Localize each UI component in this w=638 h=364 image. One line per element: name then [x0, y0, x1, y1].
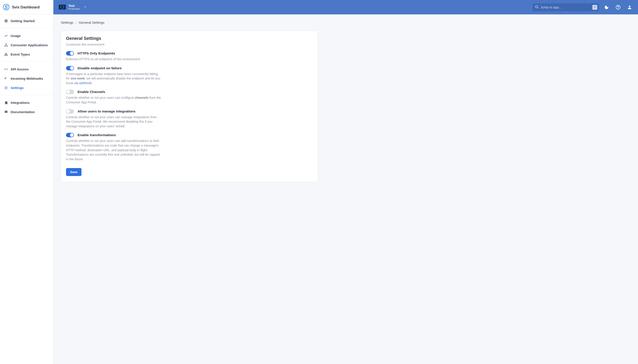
sidebar-item-getting-started[interactable]: Getting Started	[0, 16, 53, 26]
toggle-https_only[interactable]	[66, 51, 74, 56]
sidebar-item-consumer-applications[interactable]: Consumer Applications	[0, 40, 53, 50]
search-icon	[535, 5, 539, 10]
topbar: Test Production /	[53, 0, 638, 14]
account-menu[interactable]	[625, 3, 633, 11]
setting-description: If messages to a particular endpoint hav…	[66, 72, 161, 86]
arrow-in-icon	[4, 76, 8, 80]
page-title: General Settings	[66, 36, 313, 41]
save-button[interactable]: Save	[66, 168, 82, 176]
svg-point-15	[61, 6, 61, 6]
svg-point-19	[61, 6, 61, 7]
book-icon	[4, 110, 8, 114]
sidebar-item-settings[interactable]: Settings	[0, 83, 53, 92]
sidebar-item-integrations[interactable]: Integrations	[0, 98, 53, 107]
breadcrumb: Settings › General Settings	[61, 20, 630, 24]
sidebar-item-event-types[interactable]: Event Types	[0, 50, 53, 59]
svg-point-16	[63, 6, 64, 6]
sidebar-item-label: Integrations	[11, 101, 30, 104]
brand: Svix Dashboard	[0, 0, 53, 14]
setting-title: HTTPS Only Endpoints	[78, 51, 115, 55]
toggle-enable_transformations[interactable]	[66, 133, 74, 137]
setting-description: Enforces HTTPS on all endpoints of this …	[66, 57, 161, 62]
svg-rect-7	[5, 54, 6, 56]
target-icon	[4, 19, 8, 23]
chevron-right-icon: ›	[76, 21, 77, 24]
setting-title: Enable transformations	[78, 133, 116, 137]
svg-point-13	[61, 7, 61, 7]
eu-flag-icon	[59, 5, 66, 10]
brand-logo-icon	[3, 4, 9, 10]
sidebar-item-documentation[interactable]: Documentation	[0, 107, 53, 116]
svg-point-21	[61, 8, 61, 8]
setting-enable_channels: Enable Channels Controls whether or not …	[66, 90, 313, 104]
svg-point-9	[6, 87, 7, 88]
settings-list: HTTPS Only Endpoints Enforces HTTPS on a…	[66, 51, 313, 162]
svg-point-27	[629, 6, 630, 7]
sidebar-item-label: Consumer Applications	[11, 43, 48, 47]
setting-https_only: HTTPS Only Endpoints Enforces HTTPS on a…	[66, 51, 313, 62]
sidebar-item-label: Incoming Webhooks	[11, 76, 43, 80]
sidebar-item-label: Settings	[11, 86, 24, 90]
sidebar-item-label: Getting Started	[11, 19, 35, 23]
environment-text: Test Production	[69, 4, 80, 10]
sidebar-item-incoming-webhooks[interactable]: Incoming Webhooks	[0, 74, 53, 83]
code-icon	[4, 67, 8, 71]
setting-title: Disable endpoint on failure	[78, 66, 122, 70]
network-icon	[4, 43, 8, 47]
setting-title: Enable Channels	[78, 90, 105, 94]
breadcrumb-current: General Settings	[79, 20, 104, 24]
setting-title: Allow users to manage integrations	[78, 110, 136, 113]
sidebar-item-api-access[interactable]: API Access	[0, 64, 53, 74]
settings-card: General Settings Customize this environm…	[61, 31, 318, 182]
svg-point-11	[62, 5, 63, 6]
sidebar-item-label: Documentation	[11, 110, 35, 114]
chevron-down-icon	[84, 5, 87, 9]
sidebar: Svix Dashboard Getting StartedUsageConsu…	[0, 0, 53, 364]
toggle-allow_integrations[interactable]	[66, 109, 74, 114]
svg-line-24	[537, 8, 538, 8]
breadcrumb-root[interactable]: Settings	[61, 20, 73, 24]
svg-point-26	[618, 8, 618, 8]
search-input[interactable]	[540, 5, 590, 9]
svg-point-18	[63, 8, 64, 8]
environment-sub: Production	[69, 8, 80, 10]
sidebar-item-label: API Access	[11, 67, 29, 71]
svg-point-20	[64, 6, 64, 7]
dark-mode-toggle[interactable]	[602, 3, 610, 11]
toggle-disable_on_failure[interactable]	[66, 66, 74, 70]
puzzle-icon	[4, 100, 8, 104]
setting-description: Controls whether or not your users can a…	[66, 138, 161, 162]
environment-name: Test	[69, 4, 80, 8]
gear-icon	[4, 86, 8, 90]
svg-point-22	[64, 8, 64, 8]
setting-enable_transformations: Enable transformations Controls whether …	[66, 133, 313, 162]
setting-disable_on_failure: Disable endpoint on failure If messages …	[66, 66, 313, 86]
page-subtitle: Customize this environment.	[66, 43, 313, 46]
help-button[interactable]	[614, 3, 622, 11]
setting-description: Controls whether or not your users can c…	[66, 96, 161, 104]
sidebar-item-label: Event Types	[11, 52, 30, 56]
environment-switcher[interactable]: Test Production	[59, 4, 87, 10]
toggle-enable_channels[interactable]	[66, 90, 74, 94]
svg-point-12	[62, 8, 63, 9]
svg-point-14	[64, 7, 64, 7]
shapes-icon	[4, 52, 8, 56]
search-box[interactable]: /	[532, 3, 599, 11]
search-kbd-hint: /	[592, 5, 597, 10]
brand-title: Svix Dashboard	[12, 5, 40, 9]
chart-icon	[4, 34, 8, 38]
sidebar-item-usage[interactable]: Usage	[0, 31, 53, 40]
svg-point-17	[61, 8, 61, 8]
svg-point-8	[6, 54, 7, 56]
sidebar-nav: Getting StartedUsageConsumer Application…	[0, 14, 53, 118]
svg-point-3	[6, 20, 6, 21]
content: Settings › General Settings General Sett…	[53, 14, 638, 188]
setting-description: Controls whether or not your users can m…	[66, 115, 161, 129]
sidebar-item-label: Usage	[11, 34, 21, 38]
setting-allow_integrations: Allow users to manage integrations Contr…	[66, 109, 313, 129]
svg-point-23	[535, 6, 538, 8]
